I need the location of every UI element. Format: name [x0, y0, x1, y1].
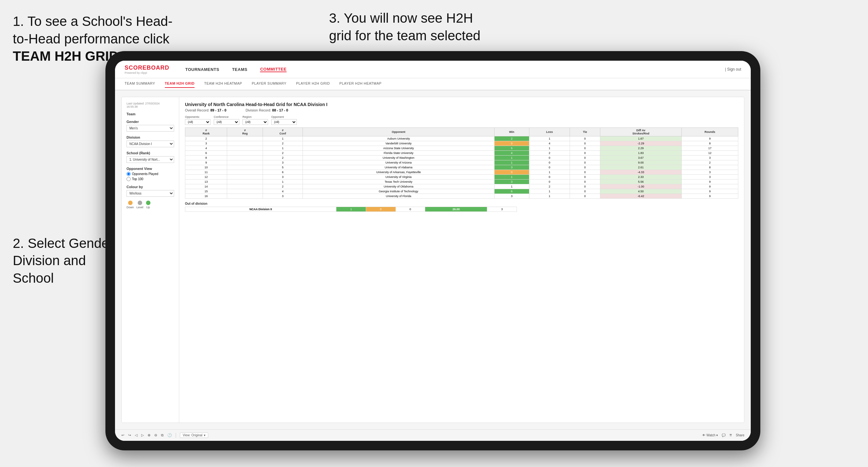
- toolbar-clock-icon[interactable]: 🕐: [167, 433, 172, 437]
- td-conf: 6: [262, 170, 303, 175]
- toolbar-back-icon[interactable]: ◁: [135, 433, 137, 437]
- td-reg: [227, 184, 263, 189]
- td-opponent: University of Florida: [303, 194, 494, 199]
- td-rank: 12: [185, 175, 227, 180]
- td-tie: 0: [570, 184, 600, 189]
- sidebar-school-select[interactable]: 1. University of Nort...: [126, 156, 174, 163]
- filter-conference-select[interactable]: (All): [214, 119, 239, 125]
- toolbar-comment-icon[interactable]: 💬: [722, 433, 725, 437]
- sidebar-gender-select[interactable]: Men's: [126, 125, 174, 132]
- toolbar-zoom-in-icon[interactable]: ⊕: [148, 433, 151, 437]
- sidebar-gender-section: Gender Men's: [126, 120, 174, 132]
- td-reg: [227, 146, 263, 151]
- ann1-line1: 1. To see a School's Head-: [13, 14, 173, 29]
- filter-region-select[interactable]: (All): [243, 119, 268, 125]
- td-reg: [227, 151, 263, 156]
- sign-out[interactable]: | Sign out: [725, 67, 741, 71]
- td-diff: 4.50: [600, 189, 682, 194]
- toolbar-forward-icon[interactable]: ▷: [141, 433, 144, 437]
- sidebar-colour-section: Colour by Win/loss: [126, 185, 174, 197]
- ann3-line2: grid for the team selected: [329, 28, 480, 43]
- td-rank: 15: [185, 189, 227, 194]
- td-rank: 3: [185, 141, 227, 146]
- subnav-team-h2h-heatmap[interactable]: TEAM H2H HEATMAP: [204, 80, 242, 88]
- td-win: 0: [494, 170, 529, 175]
- sidebar-opponent-view-section: Opponent View Opponents Played Top 100: [126, 167, 174, 181]
- sidebar-colour-select[interactable]: Win/loss: [126, 190, 174, 197]
- td-opponent: University of Oklahoma: [303, 184, 494, 189]
- td-opponent: University of Arizona: [303, 160, 494, 165]
- filter-opponent-select[interactable]: (All): [271, 119, 297, 125]
- table-row: 4 1 Arizona State University 5 1 0 2.29 …: [185, 146, 738, 151]
- toolbar-watch-button[interactable]: 👁 Watch ▾: [702, 433, 718, 437]
- table-row: 11 6 University of Arkansas, Fayettevill…: [185, 170, 738, 175]
- subnav-player-h2h-grid[interactable]: PLAYER H2H GRID: [296, 80, 330, 88]
- td-rank: 4: [185, 146, 227, 151]
- td-conf: 3: [262, 194, 303, 199]
- td-diff: -2.29: [600, 141, 682, 146]
- td-win: 6: [494, 189, 529, 194]
- subnav-team-h2h-grid[interactable]: TEAM H2H GRID: [165, 80, 194, 88]
- sidebar-team-label: Team: [126, 112, 174, 116]
- nav-committee[interactable]: COMMITTEE: [260, 67, 286, 72]
- td-opponent: Georgia Institute of Technology: [303, 189, 494, 194]
- table-row: 14 2 University of Oklahoma 1 2 0 -1.00 …: [185, 184, 738, 189]
- td-rounds: 9: [681, 180, 738, 184]
- td-diff: 1.67: [600, 136, 682, 141]
- td-win: 1: [494, 175, 529, 180]
- td-win: 0: [494, 141, 529, 146]
- td-rounds: 8: [681, 141, 738, 146]
- nav-teams[interactable]: TEAMS: [232, 67, 247, 72]
- toolbar-share-icon[interactable]: ⇈: [730, 433, 732, 437]
- td-diff: -4.33: [600, 170, 682, 175]
- radio-top-100[interactable]: Top 100: [126, 177, 174, 181]
- td-tie: 0: [570, 151, 600, 156]
- td-conf: 1: [262, 146, 303, 151]
- td-tie: 0: [570, 136, 600, 141]
- td-diff: 2.33: [600, 175, 682, 180]
- sidebar-division-label: Division: [126, 135, 174, 139]
- td-rounds: 9: [681, 189, 738, 194]
- td-win: 3: [494, 180, 529, 184]
- td-win: 3: [494, 165, 529, 170]
- ann1-line2: to-Head performance click: [13, 31, 169, 46]
- td-diff: -1.00: [600, 184, 682, 189]
- td-conf: 5: [262, 165, 303, 170]
- td-loss: 0: [529, 165, 569, 170]
- td-loss: 1: [529, 136, 569, 141]
- radio-opponents-played[interactable]: Opponents Played: [126, 172, 174, 176]
- legend-down: Down: [126, 200, 134, 209]
- table-row: 13 1 Texas Tech University 3 0 0 5.56 9: [185, 180, 738, 184]
- table-row: 12 3 University of Virginia 1 0 0 2.33 3: [185, 175, 738, 180]
- td-opponent: Vanderbilt University: [303, 141, 494, 146]
- sidebar-division-select[interactable]: NCAA Division I: [126, 141, 174, 147]
- filter-opponents-select[interactable]: (All): [185, 119, 211, 125]
- toolbar-view-button[interactable]: View: Original ▾: [180, 433, 208, 438]
- nav-tournaments[interactable]: TOURNAMENTS: [185, 67, 219, 72]
- td-rounds: 3: [681, 156, 738, 160]
- toolbar-copy-icon[interactable]: ⧉: [161, 433, 163, 437]
- td-win: 4: [494, 151, 529, 156]
- subnav-player-summary[interactable]: PLAYER SUMMARY: [252, 80, 286, 88]
- td-conf: 2: [262, 151, 303, 156]
- col-win: Win: [494, 128, 529, 136]
- td-diff: 3.67: [600, 156, 682, 160]
- toolbar-redo-icon[interactable]: ↪: [128, 433, 131, 437]
- h2h-table: #Rank #Reg #Conf Opponent Win Loss Tie D…: [185, 127, 738, 199]
- logo-area: SCOREBOARD Powered by clippi: [125, 64, 169, 74]
- legend-level: Level: [136, 200, 144, 209]
- sidebar-school-section: School (Rank) 1. University of Nort...: [126, 151, 174, 163]
- logo-powered: Powered by clippi: [125, 71, 169, 74]
- toolbar-undo-icon[interactable]: ↩: [121, 433, 124, 437]
- division-record: Division Record: 88 - 17 - 0: [246, 108, 288, 112]
- overall-record-val: 89 - 17 - 0: [210, 108, 226, 112]
- grid-area: University of North Carolina Head-to-Hea…: [179, 97, 744, 423]
- sidebar-team-section: Team: [126, 112, 174, 116]
- subnav-player-h2h-heatmap[interactable]: PLAYER H2H HEATMAP: [339, 80, 381, 88]
- subnav-team-summary[interactable]: TEAM SUMMARY: [125, 80, 155, 88]
- td-rank: 8: [185, 156, 227, 160]
- out-div-loss: 0: [366, 207, 396, 212]
- td-tie: 0: [570, 194, 600, 199]
- toolbar-zoom-out-icon[interactable]: ⊖: [154, 433, 157, 437]
- td-loss: 0: [529, 175, 569, 180]
